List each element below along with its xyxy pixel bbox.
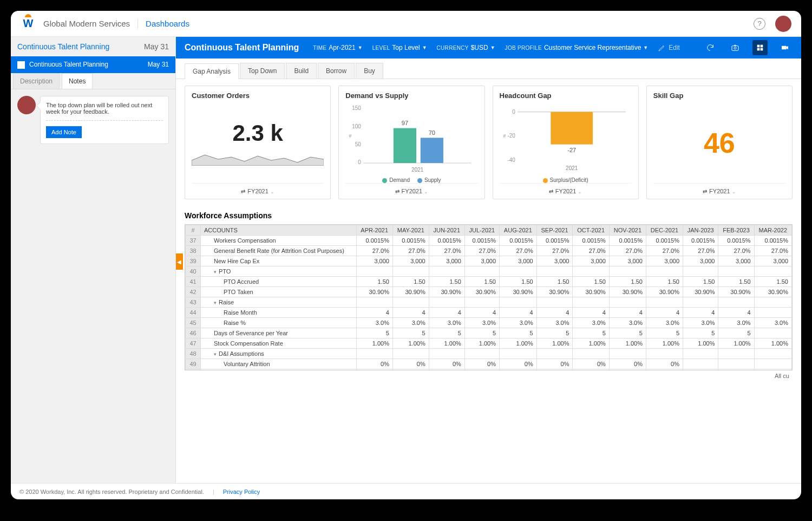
- card-customer-orders: Customer Orders 2.3 k ⇄FY2021 ⌄: [185, 86, 331, 199]
- top-bar: W Global Modern Services Dashboards ?: [11, 11, 801, 37]
- svg-rect-13: [394, 128, 416, 163]
- svg-text:2021: 2021: [411, 167, 424, 173]
- grid-icon: [756, 43, 764, 52]
- collapse-sidebar-handle[interactable]: ◀: [176, 253, 183, 270]
- refresh-icon: [706, 43, 715, 52]
- plan-name[interactable]: Continuous Talent Planning: [17, 42, 109, 51]
- tab-build[interactable]: Build: [286, 63, 317, 79]
- svg-rect-5: [761, 48, 763, 51]
- card-skill-gap: Skill Gap 46 ⇄FY2021 ⌄: [646, 86, 793, 199]
- table-row[interactable]: 38General Benefit Rate (for Attrition Co…: [186, 246, 792, 256]
- svg-rect-0: [732, 46, 738, 51]
- svg-text:-40: -40: [507, 157, 515, 163]
- svg-rect-15: [421, 138, 443, 163]
- video-icon: [781, 43, 789, 52]
- svg-point-1: [734, 47, 736, 49]
- tab-notes[interactable]: Notes: [62, 73, 93, 89]
- table-row[interactable]: 42PTO Taken30.90%30.90%30.90%30.90%30.90…: [186, 287, 792, 297]
- svg-text:97: 97: [402, 120, 408, 126]
- plan-date: May 31: [144, 42, 169, 51]
- plan-checkbox[interactable]: [17, 61, 25, 69]
- card-period-selector[interactable]: ⇄FY2021 ⌄: [653, 183, 785, 194]
- privacy-link[interactable]: Privacy Policy: [223, 489, 260, 495]
- table-row[interactable]: 39New Hire Cap Ex3,0003,0003,0003,0003,0…: [186, 256, 792, 266]
- svg-text:2021: 2021: [566, 165, 578, 171]
- workday-logo-icon[interactable]: W: [21, 16, 36, 31]
- svg-rect-6: [782, 46, 787, 50]
- table-row[interactable]: 45Raise %3.0%3.0%3.0%3.0%3.0%3.0%3.0%3.0…: [186, 318, 792, 328]
- svg-text:100: 100: [352, 123, 361, 129]
- sidebar-plan-row[interactable]: Continuous Talent Planning May 31: [11, 56, 175, 73]
- main-tabs: Gap Analysis Top Down Build Borrow Buy: [176, 58, 801, 79]
- assumptions-grid[interactable]: #ACCOUNTSAPR-2021MAY-2021JUN-2021JUL-202…: [185, 224, 793, 370]
- table-row[interactable]: 41PTO Accrued1.501.501.501.501.501.501.5…: [186, 277, 792, 287]
- card-period-selector[interactable]: ⇄FY2021 ⌄: [345, 183, 477, 194]
- card-headcount-gap: Headcount Gap 0 -20 -40 # -27 2021: [493, 86, 639, 199]
- plan-row-label: Continuous Talent Planning: [29, 61, 108, 68]
- svg-text:150: 150: [352, 105, 361, 111]
- copyright: © 2020 Workday, Inc. All rights reserved…: [19, 489, 204, 495]
- filter-job-profile[interactable]: JOB PROFILE Customer Service Representat…: [505, 44, 649, 51]
- table-footer-hint: All cu: [185, 370, 793, 381]
- card-period-selector[interactable]: ⇄FY2021 ⌄: [500, 183, 632, 194]
- svg-text:50: 50: [355, 141, 362, 147]
- assumptions-title: Workforce Assumptions: [185, 211, 793, 220]
- table-row[interactable]: 46Days of Severance per Year55555555555: [186, 328, 792, 338]
- demand-supply-chart: 150 100 50 0 # 97 70 2021: [345, 103, 477, 175]
- refresh-button[interactable]: [703, 40, 718, 55]
- edit-button[interactable]: Edit: [658, 43, 680, 52]
- table-row[interactable]: 37Workers Compensation0.0015%0.0015%0.00…: [186, 236, 792, 246]
- tab-gap-analysis[interactable]: Gap Analysis: [185, 63, 239, 79]
- card-title: Headcount Gap: [500, 92, 632, 100]
- filter-level[interactable]: LEVEL Top Level ▼: [372, 44, 427, 51]
- video-button[interactable]: [777, 40, 793, 55]
- camera-button[interactable]: [728, 40, 743, 55]
- breadcrumb-dashboards[interactable]: Dashboards: [146, 19, 189, 28]
- svg-text:-27: -27: [567, 147, 576, 153]
- plan-row-date: May 31: [148, 61, 169, 68]
- help-icon[interactable]: ?: [754, 18, 765, 30]
- note-box: The top down plan will be rolled out nex…: [40, 96, 169, 144]
- svg-text:0: 0: [512, 109, 515, 115]
- note-text: The top down plan will be rolled out nex…: [46, 102, 163, 115]
- tab-borrow[interactable]: Borrow: [318, 63, 355, 79]
- table-row[interactable]: 44Raise Month44444444444: [186, 308, 792, 318]
- footer: © 2020 Workday, Inc. All rights reserved…: [11, 483, 801, 499]
- svg-rect-4: [757, 48, 760, 51]
- headcount-chart: 0 -20 -40 # -27 2021: [500, 103, 632, 175]
- card-demand-supply: Demand vs Supply 150 100 50 0 # 97: [338, 86, 484, 199]
- orders-sparkline: [192, 149, 324, 166]
- svg-text:-20: -20: [507, 133, 515, 139]
- note-avatar: [17, 96, 36, 114]
- table-row[interactable]: 49Voluntary Attrition0%0%0%0%0%0%0%0%0%: [186, 359, 792, 369]
- add-note-button[interactable]: Add Note: [46, 126, 82, 138]
- filter-currency[interactable]: CURRENCY $USD ▼: [437, 44, 495, 51]
- svg-text:70: 70: [429, 129, 435, 136]
- svg-text:0: 0: [358, 159, 362, 165]
- org-name: Global Modern Services: [43, 19, 138, 28]
- svg-text:#: #: [503, 133, 506, 139]
- grid-view-button[interactable]: [752, 40, 768, 55]
- card-title: Demand vs Supply: [345, 92, 477, 100]
- user-avatar[interactable]: [775, 16, 791, 32]
- tab-buy[interactable]: Buy: [356, 63, 383, 79]
- page-title: Continuous Talent Planning: [185, 43, 299, 53]
- pencil-icon: [658, 43, 666, 52]
- skill-gap-value: 46: [704, 127, 735, 159]
- card-period-selector[interactable]: ⇄FY2021 ⌄: [192, 183, 324, 194]
- table-row[interactable]: 43▾Raise: [186, 297, 792, 308]
- filter-time[interactable]: TIME Apr-2021 ▼: [313, 44, 362, 51]
- card-title: Customer Orders: [192, 92, 324, 100]
- sidebar: Continuous Talent Planning May 31 Contin…: [11, 37, 176, 483]
- svg-rect-2: [757, 45, 760, 48]
- card-title: Skill Gap: [653, 92, 785, 100]
- tab-description[interactable]: Description: [13, 73, 60, 89]
- filter-bar: Continuous Talent Planning TIME Apr-2021…: [176, 37, 801, 58]
- camera-icon: [731, 43, 739, 52]
- svg-rect-3: [761, 45, 763, 48]
- table-row[interactable]: 48▾D&I Assumptions: [186, 349, 792, 359]
- tab-top-down[interactable]: Top Down: [240, 63, 285, 79]
- table-row[interactable]: 40▾PTO: [186, 266, 792, 277]
- table-row[interactable]: 47Stock Compensation Rate1.00%1.00%1.00%…: [186, 338, 792, 349]
- svg-text:#: #: [349, 133, 352, 139]
